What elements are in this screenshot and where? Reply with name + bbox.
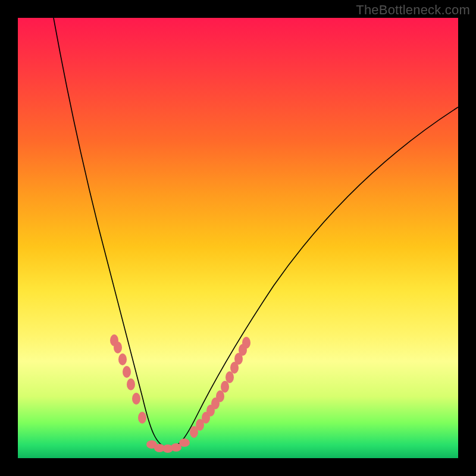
svg-point-3 — [123, 366, 131, 378]
dots-right — [190, 337, 250, 438]
chart-frame: TheBottleneck.com — [0, 0, 476, 476]
plot-area — [18, 18, 458, 458]
svg-point-17 — [216, 390, 224, 402]
svg-point-19 — [226, 371, 234, 383]
dots-bottom — [146, 439, 190, 453]
svg-point-23 — [242, 337, 250, 349]
dots-left — [110, 334, 146, 424]
svg-point-5 — [132, 393, 140, 405]
svg-point-2 — [118, 353, 127, 365]
svg-point-18 — [221, 381, 229, 393]
svg-point-11 — [179, 439, 190, 447]
bottleneck-curve — [54, 18, 458, 447]
watermark-text: TheBottleneck.com — [356, 2, 470, 18]
svg-point-6 — [138, 412, 146, 424]
curve-svg — [18, 18, 458, 458]
svg-point-1 — [114, 342, 122, 353]
svg-point-4 — [127, 378, 135, 390]
